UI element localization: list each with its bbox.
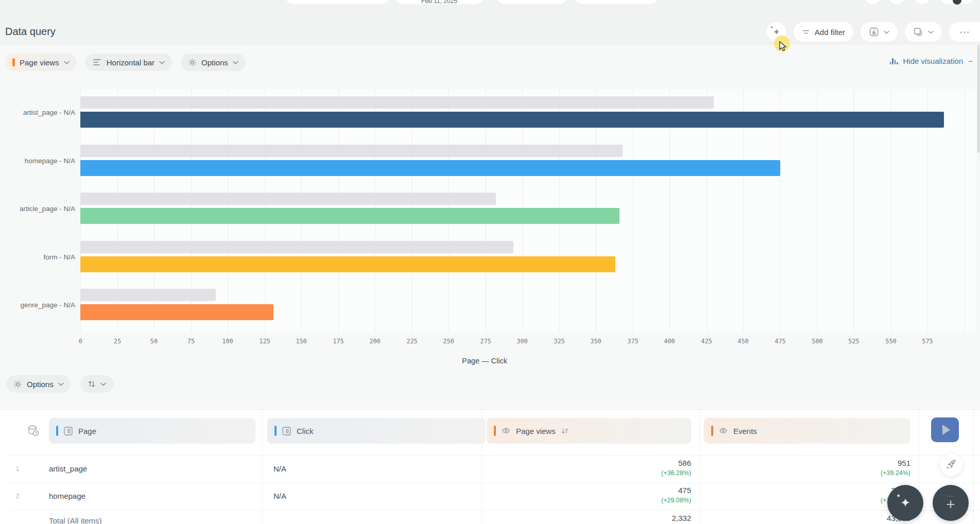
filter-icon [802,28,810,36]
cell-events-pct: (+39.24%) [809,469,910,477]
row-number: 2 [12,492,23,500]
add-filter-label: Add filter [815,28,845,37]
top-nav-button-3[interactable] [574,0,659,4]
bar-group [80,241,976,272]
x-tick-label: 150 [296,338,307,345]
bar-group [80,193,976,224]
horizontal-bar-chart: artist_page - N/Ahomepage - N/Aarticle_p… [0,89,980,377]
current-period-bar[interactable] [80,160,780,176]
cell-page: artist_page [49,464,87,473]
top-nav-button-2[interactable] [495,0,569,4]
x-tick-label: 550 [885,338,897,345]
chart-plot-area [80,89,976,333]
metric-accent [494,426,496,436]
cell-events: 951 [809,459,910,467]
page-title: Data query [5,26,56,38]
download-icon [869,27,879,37]
add-filter-button[interactable]: Add filter [794,22,853,42]
x-tick-label: 225 [406,338,418,345]
chart-options-button[interactable]: Options [181,54,246,71]
mouse-cursor [778,41,787,53]
current-period-bar[interactable] [80,304,273,320]
column-label: Page views [516,427,556,435]
column-label: Page [78,427,96,435]
category-label: genre_page - N/A [0,301,75,309]
previous-period-bar[interactable] [80,193,496,205]
current-period-bar[interactable] [80,208,620,224]
x-tick-label: 0 [78,338,82,345]
current-period-bar[interactable] [80,112,944,128]
top-nav-button-1[interactable] [284,0,391,4]
x-tick-label: 25 [114,338,121,345]
x-tick-label: 400 [664,338,675,345]
column-header-page[interactable]: Page [49,418,255,444]
copy-icon [913,27,923,37]
chevron-down-icon [58,382,64,386]
chart-type-selector[interactable]: Horizontal bar [85,54,172,71]
previous-period-bar[interactable] [80,289,216,301]
x-tick-label: 50 [150,338,158,345]
x-tick-label: 500 [812,338,823,345]
more-options-button[interactable]: ⋯ [949,22,980,42]
previous-period-bar[interactable] [80,96,714,109]
table-options-label: Options [27,380,54,389]
dimension-accent [56,426,58,436]
top-nav-bar: Feb 11, 2025 [0,0,980,5]
duplicate-button[interactable] [905,22,942,42]
previous-period-bar[interactable] [80,241,513,253]
hide-visualization-link[interactable]: Hide visualization − [890,57,973,65]
chart-x-axis-title: Page — Click [80,357,889,365]
top-nav-icon-button-2[interactable] [888,0,905,4]
run-query-button[interactable] [931,417,959,442]
table-total-label: Total (All items) [49,516,102,524]
eye-icon [501,426,511,436]
previous-period-bar[interactable] [80,145,623,157]
total-page-views: 2,332 [590,514,691,522]
cell-page: homepage [49,492,85,500]
rocket-icon [945,459,957,471]
chart-options-label: Options [201,58,228,67]
x-tick-label: 325 [554,338,565,345]
category-label: form - N/A [0,253,75,261]
metric-label: Page views [20,58,59,67]
sort-arrows-icon [88,380,96,388]
x-tick-label: 175 [333,338,344,345]
column-label: Events [733,427,757,435]
column-label: Click [297,427,314,435]
data-source-icon[interactable] [27,424,40,438]
dimension-accent [274,426,277,436]
chevron-down-icon [100,382,106,386]
x-tick-label: 350 [590,338,601,345]
column-header-page-views[interactable]: Page views [487,418,691,444]
x-tick-label: 125 [259,338,270,345]
top-nav-account-button[interactable] [939,0,975,4]
x-tick-label: 75 [187,338,195,345]
query-header: Data query ✦✦ Add filter [0,5,980,45]
bar-group [80,145,976,176]
cell-page-views: 586 [590,459,691,467]
table-controls: Options [6,375,113,393]
column-header-events[interactable]: Events [704,418,910,444]
top-nav-icon-button-3[interactable] [914,0,931,4]
list-icon [282,426,291,436]
sort-desc-icon [561,427,569,434]
current-period-bar[interactable] [80,256,615,272]
scrollbar[interactable] [977,45,979,153]
export-button[interactable] [861,22,898,42]
create-fab-button[interactable]: ⋯ + [933,485,969,521]
gear-icon [13,380,22,389]
table-sort-button[interactable] [80,375,113,393]
top-nav-date-button[interactable]: Feb 11, 2025 [394,0,485,4]
avatar [953,0,961,5]
top-nav-icon-button-1[interactable] [864,0,881,4]
plus-icon: + [946,497,955,512]
row-number: 1 [12,465,23,473]
table-options-button[interactable]: Options [6,375,71,393]
x-tick-label: 300 [517,338,528,345]
ai-fab-button[interactable]: ✦✦ [887,485,923,521]
column-header-click[interactable]: Click [267,418,486,444]
sparkles-icon: ✦✦ [900,496,910,510]
rocket-button[interactable] [940,453,962,476]
gear-icon [188,58,197,67]
metric-selector[interactable]: Page views [5,54,77,71]
